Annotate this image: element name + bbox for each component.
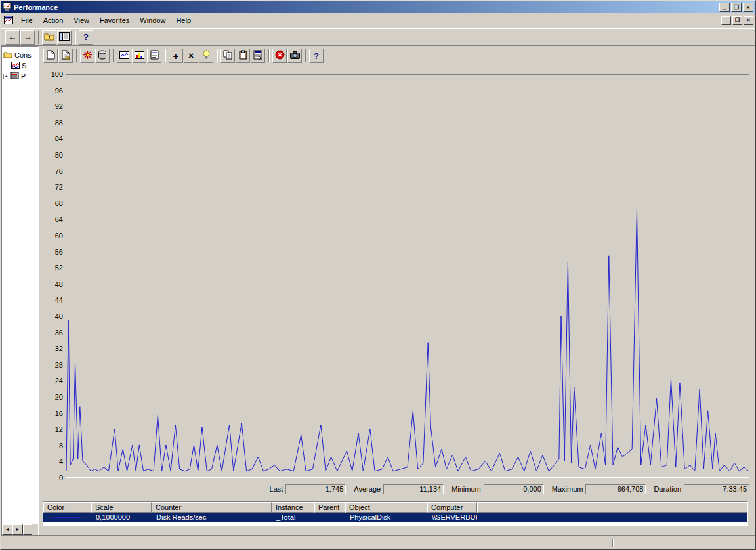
- scroll-left-button[interactable]: ◄: [2, 524, 12, 535]
- y-tick-label: 52: [55, 264, 63, 272]
- properties-icon: [253, 50, 262, 62]
- view-report-button[interactable]: [147, 49, 161, 63]
- y-axis-labels: 1009692888480767268646056524844403632282…: [41, 74, 66, 478]
- scroll-right-button[interactable]: ►: [12, 524, 23, 535]
- menubar: File Action View Favorites Window Help _…: [1, 13, 755, 28]
- minimum-label: Minimum: [452, 485, 481, 493]
- legend-col-object[interactable]: Object: [345, 502, 427, 513]
- clipboard-icon: [239, 50, 247, 62]
- menu-window[interactable]: Window: [135, 14, 171, 27]
- toolbar-separator: [38, 31, 39, 44]
- freeze-icon: [275, 50, 285, 62]
- back-icon: ←: [9, 32, 17, 42]
- toolbar-separator: [217, 49, 218, 62]
- average-label: Average: [354, 485, 381, 493]
- delete-counter-button[interactable]: ×: [184, 49, 198, 63]
- folder-icon: [3, 51, 12, 60]
- counter-row[interactable]: 0,1000000 Disk Reads/sec _Total --- Phys…: [43, 513, 747, 522]
- view-log-data-button[interactable]: [95, 49, 110, 63]
- update-data-button[interactable]: [287, 49, 302, 63]
- legend-col-parent[interactable]: Parent: [314, 502, 345, 513]
- status-bar: [1, 536, 755, 549]
- window-close-button[interactable]: ×: [743, 3, 753, 12]
- tree-item-system-monitor[interactable]: S: [2, 60, 38, 71]
- mmc-help-button[interactable]: ?: [79, 30, 93, 45]
- freeze-display-button[interactable]: [272, 49, 287, 63]
- tree-horizontal-scrollbar: ◄ ►: [2, 524, 38, 535]
- counter-legend: Color Scale Counter Instance Parent Obje…: [43, 501, 748, 526]
- legend-col-instance[interactable]: Instance: [272, 502, 314, 513]
- legend-col-filler: [477, 502, 747, 513]
- bar-chart-icon: [135, 51, 144, 62]
- counter-line-series: [66, 209, 749, 471]
- view-graph-button[interactable]: [117, 49, 131, 63]
- menu-view[interactable]: View: [68, 14, 94, 27]
- app-icon: [3, 2, 12, 12]
- y-tick-label: 64: [55, 215, 63, 223]
- menu-action[interactable]: Action: [38, 14, 69, 27]
- menu-favorites[interactable]: Favorites: [94, 14, 135, 27]
- chart-plot: [66, 74, 749, 478]
- legend-col-scale[interactable]: Scale: [91, 502, 152, 513]
- y-tick-label: 28: [55, 361, 63, 369]
- legend-col-color[interactable]: Color: [43, 502, 91, 513]
- new-counter-set-icon: [47, 50, 55, 62]
- chart-area: 1009692888480767268646056524844403632282…: [41, 74, 755, 478]
- forward-button[interactable]: →: [20, 30, 35, 45]
- menu-help[interactable]: Help: [171, 14, 196, 27]
- plus-icon: +: [173, 52, 179, 60]
- y-tick-label: 32: [55, 345, 63, 352]
- new-counter-set-button[interactable]: [43, 49, 58, 63]
- view-current-activity-button[interactable]: [80, 49, 94, 63]
- counter-object: PhysicalDisk: [345, 513, 427, 522]
- y-tick-label: 92: [55, 102, 63, 110]
- forward-icon: →: [24, 32, 32, 42]
- window-minimize-button[interactable]: _: [719, 3, 730, 12]
- doc-minimize-button[interactable]: _: [721, 16, 731, 25]
- menu-file[interactable]: File: [16, 14, 38, 27]
- clear-display-button[interactable]: [58, 49, 73, 63]
- counter-name: Disk Reads/sec: [152, 513, 272, 522]
- doc-restore-button[interactable]: ❐: [732, 16, 742, 25]
- average-value: 11,134: [383, 484, 444, 494]
- paste-counter-list-button[interactable]: [236, 49, 250, 63]
- copy-icon: [223, 50, 232, 62]
- view-histogram-button[interactable]: [132, 49, 146, 63]
- doc-close-icon: ×: [747, 17, 750, 24]
- performance-logs-icon: [10, 72, 19, 81]
- properties-button[interactable]: [251, 49, 265, 63]
- toolbar-separator: [165, 49, 166, 62]
- y-tick-label: 48: [55, 280, 63, 288]
- tree-expand-icon[interactable]: +: [3, 74, 9, 79]
- report-icon: [150, 50, 159, 62]
- y-tick-label: 4: [59, 457, 63, 465]
- console-body: Cons S + P ◄ ►: [1, 46, 755, 536]
- minimize-icon: _: [723, 4, 726, 11]
- tree-item-performance-logs[interactable]: + P: [2, 71, 38, 81]
- doc-close-button[interactable]: ×: [744, 16, 753, 25]
- window-restore-button[interactable]: ❐: [731, 3, 742, 12]
- back-button[interactable]: ←: [5, 30, 20, 45]
- up-folder-icon: [44, 32, 54, 43]
- status-bar-divider: [612, 539, 614, 547]
- tree-item-console-root[interactable]: Cons: [2, 50, 38, 60]
- value-bar: Last 1,745 Average 11,134 Minimum 0,000 …: [41, 484, 755, 494]
- monitor-help-button[interactable]: ?: [309, 49, 324, 63]
- show-hide-console-tree-button[interactable]: [57, 30, 72, 45]
- y-tick-label: 44: [55, 296, 63, 304]
- legend-col-computer[interactable]: Computer: [427, 502, 477, 513]
- counter-row-filler: [477, 513, 747, 522]
- counter-color-cell: [43, 513, 91, 522]
- legend-col-counter[interactable]: Counter: [152, 502, 272, 513]
- duration-value: 7:33:45: [684, 484, 749, 494]
- add-counter-button[interactable]: +: [169, 49, 183, 63]
- y-tick-label: 0: [59, 474, 63, 482]
- scrollbar-thumb[interactable]: [23, 524, 32, 535]
- counter-computer: \\SERVERBUH: [427, 513, 477, 522]
- highlight-button[interactable]: [199, 49, 213, 63]
- x-icon: ×: [188, 52, 194, 60]
- copy-properties-button[interactable]: [220, 49, 235, 63]
- y-tick-label: 60: [55, 232, 63, 240]
- performance-window: Performance _ ❐ × File Action View Favor…: [0, 0, 756, 550]
- up-one-level-button[interactable]: [42, 30, 56, 45]
